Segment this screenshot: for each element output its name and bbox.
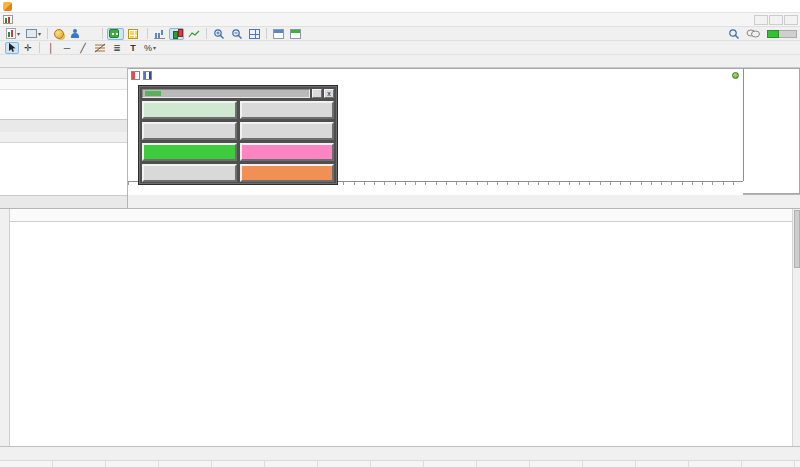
dropdown-icon: ▾ xyxy=(38,30,41,37)
crosshair-tool-button[interactable]: ✛ xyxy=(21,42,35,54)
toolbox-tabs-bar xyxy=(0,446,800,460)
trendline-tool-button[interactable]: ╱ xyxy=(76,42,90,54)
buy-market-button[interactable] xyxy=(142,122,237,140)
bar-chart-button[interactable] xyxy=(152,28,167,40)
window-green-icon xyxy=(290,29,301,39)
person-icon xyxy=(70,29,80,39)
deposit-button[interactable] xyxy=(52,28,66,40)
trendline-icon: ╱ xyxy=(80,43,85,53)
chat-button[interactable] xyxy=(744,28,762,40)
zoom-out-icon xyxy=(231,28,243,40)
column-bid[interactable] xyxy=(52,79,90,89)
line-chart-button[interactable] xyxy=(186,28,202,40)
channel-tool-button[interactable]: ≣ xyxy=(110,42,124,54)
timeframe-bar xyxy=(0,55,800,68)
column-ask[interactable] xyxy=(90,79,124,89)
candle-chart-button[interactable] xyxy=(169,28,184,40)
minimize-button[interactable] xyxy=(737,1,757,12)
market-watch-column-headers xyxy=(0,79,127,90)
depth-of-market-icon[interactable] xyxy=(131,71,140,80)
reverse-button[interactable] xyxy=(142,164,237,182)
sell-limit-button[interactable] xyxy=(240,143,335,161)
robot-icon xyxy=(109,29,119,38)
tile-windows-button[interactable] xyxy=(247,28,262,40)
toolbox-panel xyxy=(0,208,800,446)
line-chart-icon xyxy=(188,29,200,39)
fibonacci-icon xyxy=(94,43,106,53)
vertical-scrollbar[interactable] xyxy=(792,209,800,446)
chart-heading xyxy=(131,71,155,80)
standard-toolbar: ▾ ▾ xyxy=(0,27,800,41)
main-area: x xyxy=(0,68,800,208)
column-symbol[interactable] xyxy=(0,79,52,89)
history-table xyxy=(10,209,792,446)
separator xyxy=(206,28,207,39)
algotrading-toggle[interactable] xyxy=(107,28,124,40)
market-watch-header xyxy=(0,68,127,79)
chart-mode-icon[interactable] xyxy=(143,71,152,80)
chart-window[interactable]: x xyxy=(128,68,800,194)
child-restore-button[interactable] xyxy=(769,15,783,25)
connection-rest-segment xyxy=(779,30,797,38)
broadcast-button[interactable] xyxy=(84,28,98,40)
trade-panel-minimize-button[interactable] xyxy=(312,89,322,98)
zoom-out-button[interactable] xyxy=(229,28,245,40)
ea-smiley-icon[interactable] xyxy=(732,72,739,79)
horizontal-line-tool-button[interactable]: ─ xyxy=(60,42,74,54)
arrows-tool-button[interactable]: %▾ xyxy=(142,42,158,54)
new-chart-button[interactable]: ▾ xyxy=(4,28,22,40)
title-bar xyxy=(0,0,800,13)
navigator-tree xyxy=(0,143,127,195)
window-cascade-button[interactable] xyxy=(271,28,286,40)
child-close-button[interactable] xyxy=(784,15,798,25)
sell-market-button[interactable] xyxy=(240,122,335,140)
line-studies-toolbar: ✛ │ ─ ╱ ≣ T %▾ xyxy=(0,41,800,55)
fibonacci-tool-button[interactable] xyxy=(92,42,108,54)
trade-panel-titlebar[interactable]: x xyxy=(142,88,334,99)
close-position-button[interactable] xyxy=(240,164,335,182)
open-account-button[interactable] xyxy=(68,28,82,40)
zoom-in-button[interactable] xyxy=(211,28,227,40)
trade-panel-status-chip xyxy=(145,91,161,96)
vertical-line-icon: │ xyxy=(48,43,54,53)
expert-advisor-label xyxy=(730,72,739,79)
scrollbar-thumb[interactable] xyxy=(794,210,800,268)
left-panel-column xyxy=(0,68,128,208)
separator xyxy=(266,28,267,39)
separator xyxy=(147,28,148,39)
window-vertical-button[interactable] xyxy=(288,28,303,40)
close-button[interactable] xyxy=(777,1,797,12)
arrows-tool-icon: % xyxy=(144,43,152,53)
chat-icon xyxy=(746,28,760,39)
child-minimize-button[interactable] xyxy=(754,15,768,25)
trade-panel-buttons xyxy=(142,101,334,182)
timer-display xyxy=(142,101,237,119)
window-icon xyxy=(273,29,284,39)
chart-window-icon[interactable] xyxy=(3,15,13,24)
dropdown-icon: ▾ xyxy=(17,30,20,37)
app-icon xyxy=(3,2,12,11)
cursor-tool-button[interactable] xyxy=(5,42,19,54)
history-table-header xyxy=(10,209,792,222)
toolbox-side-strip xyxy=(0,209,10,446)
buy-limit-button[interactable] xyxy=(142,143,237,161)
maximize-button[interactable] xyxy=(757,1,777,12)
profiles-button[interactable]: ▾ xyxy=(24,28,43,40)
order-icon xyxy=(128,29,138,39)
dropdown-icon: ▾ xyxy=(153,44,156,51)
market-watch-rows xyxy=(0,90,127,119)
trade-panel[interactable]: x xyxy=(138,85,338,185)
separator xyxy=(102,28,103,39)
horizontal-line-icon: ─ xyxy=(64,43,70,53)
search-button[interactable] xyxy=(726,28,742,40)
symbol-button[interactable] xyxy=(240,101,335,119)
crosshair-icon: ✛ xyxy=(24,43,32,53)
chart-column: x xyxy=(128,68,800,208)
price-axis[interactable] xyxy=(743,69,800,181)
mt5-terminal-window: ▾ ▾ ✛ │ ─ ╱ ≣ T %▾ xyxy=(0,0,800,467)
new-order-button[interactable] xyxy=(126,28,143,40)
trade-panel-close-button[interactable]: x xyxy=(324,89,334,98)
connection-status-meter xyxy=(767,30,797,38)
vertical-line-tool-button[interactable]: │ xyxy=(44,42,58,54)
text-tool-button[interactable]: T xyxy=(126,42,140,54)
